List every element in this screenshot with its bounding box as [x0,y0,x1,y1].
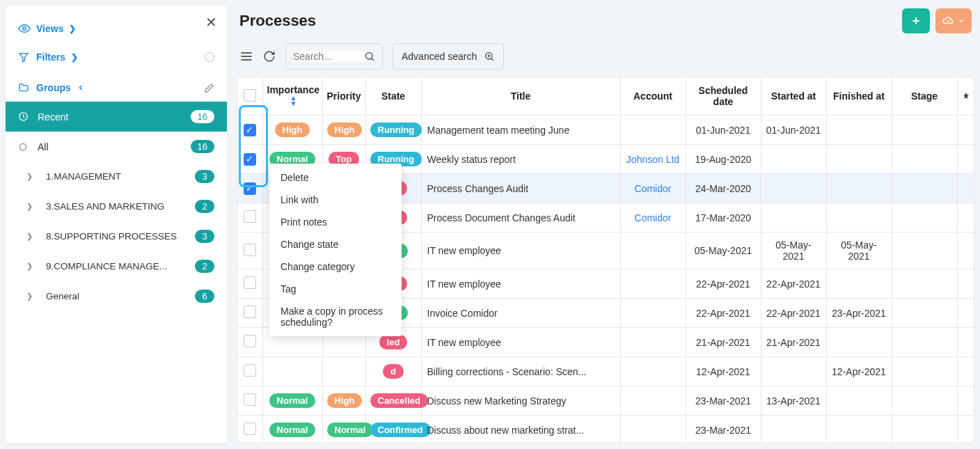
svg-marker-1 [19,54,28,62]
state-pill: Running [370,123,422,137]
table-row[interactable]: NormalHighCancelledDiscuss new Marketing… [237,386,974,416]
account-link[interactable]: Comidor [635,212,672,223]
row-title: IT new employee [421,328,620,357]
started-at [761,203,826,233]
filters-row[interactable]: Filters ❯ [6,43,227,71]
sidebar-item-recent[interactable]: Recent16 [6,102,227,132]
group-count: 2 [195,200,214,213]
finished-at: 05-May-2021 [826,233,892,269]
group-icon: ❯ [26,232,40,241]
sync-dropdown-button[interactable] [935,8,972,33]
row-checkbox[interactable] [244,423,256,435]
scheduled-date: 22-Apr-2021 [686,299,761,328]
row-title: Weekly status report [421,145,620,174]
context-menu-link-with[interactable]: Link with [269,189,402,211]
row-checkbox[interactable] [244,182,256,195]
row-checkbox[interactable] [244,335,256,347]
svg-line-10 [372,58,374,61]
sidebar-item-3-sales-and-marketing[interactable]: ❯3.SALES AND MARKETING2 [6,191,227,221]
started-at: 13-Apr-2021 [761,386,826,416]
row-checkbox[interactable] [244,124,256,136]
search-icon[interactable] [364,51,375,62]
finished-at [826,145,892,174]
groups-label: Groups [36,82,71,93]
search-input[interactable] [293,51,364,62]
close-icon[interactable]: ✕ [205,14,217,31]
col-priority[interactable]: Priority [322,77,365,116]
finished-at [826,269,892,299]
col-started[interactable]: Started at [761,77,826,116]
row-checkbox[interactable] [244,244,256,256]
groups-row[interactable]: Groups [6,74,227,102]
col-checkbox[interactable] [237,77,262,116]
add-button[interactable] [902,8,930,33]
context-menu-delete[interactable]: Delete [269,166,402,189]
scheduled-date: 17-Mar-2020 [686,203,761,233]
row-checkbox[interactable] [244,306,256,318]
sidebar-item-all[interactable]: All16 [6,132,227,162]
refresh-icon[interactable] [263,50,276,63]
account-link[interactable]: Comidor [635,183,672,194]
sidebar: ✕ Views ❯ Filters ❯ Groups [6,6,227,443]
folder-icon [18,82,32,93]
state-pill: d [383,364,404,379]
sidebar-item-1-management[interactable]: ❯1.MANAGEMENT3 [6,162,227,191]
table-row[interactable]: NormalNormalConfirmedDiscuss about new m… [237,416,974,444]
context-menu-change-state[interactable]: Change state [269,233,402,255]
started-at [761,174,826,203]
row-checkbox[interactable] [244,210,256,223]
priority-pill: Normal [327,423,374,437]
started-at [761,357,826,386]
views-row[interactable]: Views ❯ [6,14,227,43]
advanced-search-label: Advanced search [402,51,477,62]
scheduled-date: 21-Apr-2021 [686,328,761,357]
row-checkbox[interactable] [244,153,256,166]
row-checkbox[interactable] [244,393,256,406]
sidebar-item-9-compliance-manage-[interactable]: ❯9.COMPLIANCE MANAGE...2 [6,251,227,281]
row-checkbox[interactable] [244,276,256,289]
finished-at [826,328,892,357]
menu-icon[interactable] [239,49,253,63]
col-finished[interactable]: Finished at [826,77,892,116]
finished-at: 12-Apr-2021 [826,357,892,386]
page-title: Processes [239,12,316,30]
col-stage[interactable]: Stage [892,77,957,116]
col-state[interactable]: State [365,77,421,116]
col-pin[interactable] [957,77,974,116]
sort-icon: ▲▼ [290,95,297,107]
context-menu-change-category[interactable]: Change category [269,255,402,278]
group-label: 1.MANAGEMENT [46,171,195,182]
row-title: Discuss new Marketing Strategy [421,386,620,416]
context-menu-make-a-copy-in-process-scheduling-[interactable]: Make a copy in process scheduling? [269,300,402,333]
scheduled-date: 01-Jun-2021 [686,116,761,145]
col-importance[interactable]: Importance▲▼ [262,77,322,116]
importance-pill: Normal [269,393,316,408]
group-count: 3 [195,170,214,183]
edit-icon[interactable] [204,83,214,93]
scheduled-date: 23-Mar-2021 [686,416,761,444]
context-menu-print-notes[interactable]: Print notes [269,211,402,233]
col-scheduled[interactable]: Scheduled date [686,77,761,116]
sidebar-item-8-supporting-processes[interactable]: ❯8.SUPPORTING PROCESSES3 [6,221,227,251]
filters-label: Filters [36,52,65,63]
select-all-checkbox[interactable] [244,89,256,102]
row-checkbox[interactable] [244,364,256,377]
group-label: 9.COMPLIANCE MANAGE... [46,261,195,271]
row-title: Process Document Changes Audit [421,203,620,233]
search-input-wrap[interactable] [285,43,383,70]
col-title[interactable]: Title [421,77,620,116]
status-circle-icon [205,52,214,62]
table-row[interactable]: dBilling corrections - Scenario: Scen...… [237,357,974,386]
table-row[interactable]: HighHighRunningManagement team meeting J… [237,116,974,145]
col-account[interactable]: Account [620,77,686,116]
group-icon [18,111,32,122]
sidebar-item-general[interactable]: ❯General6 [6,281,227,311]
filter-icon [18,52,32,63]
advanced-search-button[interactable]: Advanced search [393,43,504,70]
finished-at [826,174,892,203]
context-menu-tag[interactable]: Tag [269,278,402,300]
account-link[interactable]: Johnson Ltd [626,154,679,165]
pin-icon [962,92,970,100]
started-at: 22-Apr-2021 [761,269,826,299]
finished-at [826,203,892,233]
